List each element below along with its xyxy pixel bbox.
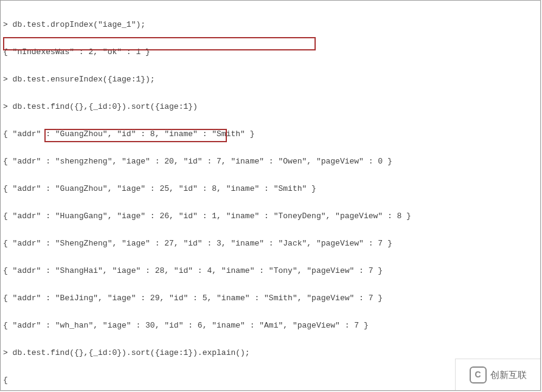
term-line: { "nIndexesWas" : 2, "ok" : 1 } xyxy=(3,47,538,57)
term-line: > db.test.find({},{_id:0}).sort({iage:1}… xyxy=(3,348,538,357)
term-line: { "addr" : "HuangGang", "iage" : 26, "id… xyxy=(3,211,538,221)
term-line: { "addr" : "ShengZheng", "iage" : 27, "i… xyxy=(3,239,538,248)
term-line: { "addr" : "shengzheng", "iage" : 20, "i… xyxy=(3,157,538,166)
term-line: { "addr" : "GuangZhou", "id" : 8, "iname… xyxy=(3,129,538,139)
term-line: > db.test.ensureIndex({iage:1}); xyxy=(3,75,538,84)
term-line: { "addr" : "ShangHai", "iage" : 28, "id"… xyxy=(3,266,538,275)
watermark: C 创新互联 xyxy=(455,359,540,390)
term-line: > db.test.dropIndex("iage_1"); xyxy=(3,20,538,29)
watermark-text: 创新互联 xyxy=(490,370,527,379)
term-line: { "addr" : "wh_han", "iage" : 30, "id" :… xyxy=(3,321,538,330)
watermark-logo-icon: C xyxy=(470,366,487,383)
terminal-window: > db.test.dropIndex("iage_1"); { "nIndex… xyxy=(0,0,541,391)
term-line: { "addr" : "GuangZhou", "iage" : 25, "id… xyxy=(3,184,538,193)
terminal-output[interactable]: > db.test.dropIndex("iage_1"); { "nIndex… xyxy=(1,1,540,391)
term-line: > db.test.find({},{_id:0}).sort({iage:1}… xyxy=(3,102,538,111)
term-line: { "addr" : "BeiJing", "iage" : 29, "id" … xyxy=(3,294,538,303)
